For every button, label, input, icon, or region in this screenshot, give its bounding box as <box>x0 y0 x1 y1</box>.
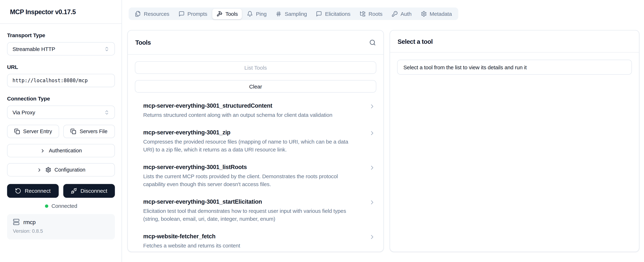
tab-resources[interactable]: Resources <box>131 9 174 19</box>
tab-bar: Resources Prompts Tools Ping Sampling El… <box>128 8 458 20</box>
tool-list-item[interactable]: mcp-server-everything-3001_structuredCon… <box>143 102 376 119</box>
server-entry-button[interactable]: Server Entry <box>7 125 59 138</box>
tab-tools[interactable]: Tools <box>212 9 242 19</box>
gear-icon <box>45 167 51 173</box>
sidebar: MCP Inspector v0.17.5 Transport Type Str… <box>0 0 122 262</box>
chevron-right-icon <box>369 130 376 136</box>
connection-status: Connected <box>7 203 115 209</box>
hash-icon <box>276 11 282 17</box>
server-icon <box>13 219 20 225</box>
empty-state-message: Select a tool from the list to view its … <box>397 60 632 75</box>
chevrons-up-down-icon <box>104 109 110 115</box>
copy-icon <box>14 128 20 135</box>
tool-description: Returns structured content along with an… <box>143 111 332 119</box>
tool-description: Compresses the provided resource files (… <box>143 138 357 154</box>
tab-metadata[interactable]: Metadata <box>416 9 456 19</box>
tab-sampling[interactable]: Sampling <box>272 9 311 19</box>
chevron-right-icon <box>369 234 376 240</box>
app-root: MCP Inspector v0.17.5 Transport Type Str… <box>0 0 644 262</box>
authentication-button[interactable]: Authentication <box>7 144 115 157</box>
chevron-right-icon <box>369 103 376 110</box>
list-tools-button[interactable]: List Tools <box>135 61 376 74</box>
chevron-right-icon <box>40 148 46 153</box>
tab-elicitations[interactable]: Elicitations <box>312 9 354 19</box>
tool-detail-body: Select a tool from the list to view its … <box>390 53 639 82</box>
tool-list-item[interactable]: mcp-server-everything-3001_zip Compresse… <box>143 129 376 154</box>
rotate-ccw-icon <box>15 188 22 194</box>
tool-description: Fetches a website and returns its conten… <box>143 241 240 249</box>
transport-type-select[interactable]: Streamable HTTP <box>7 42 115 55</box>
tool-detail-title: Select a tool <box>398 38 432 45</box>
entry-buttons-row: Server Entry Servers File <box>7 125 115 138</box>
tool-detail-header: Select a tool <box>390 31 639 53</box>
search-icon[interactable] <box>369 39 376 46</box>
gear-icon <box>421 11 427 17</box>
chevrons-up-down-icon <box>104 46 110 52</box>
tool-name: mcp-server-everything-3001_startElicitat… <box>143 198 357 205</box>
files-icon <box>135 11 141 17</box>
status-dot <box>45 204 48 208</box>
tool-detail-panel: Select a tool Select a tool from the lis… <box>390 30 639 252</box>
tab-auth[interactable]: Auth <box>388 9 416 19</box>
tool-list-item[interactable]: mcp-website-fetcher_fetch Fetches a webs… <box>143 233 376 249</box>
message-square-icon <box>178 11 184 17</box>
copy-icon <box>70 128 76 135</box>
bell-icon <box>247 11 253 17</box>
tool-description: Elicitation test tool that demonstrates … <box>143 207 357 223</box>
key-icon <box>392 11 398 17</box>
chevron-right-icon <box>36 167 42 172</box>
connection-type-select[interactable]: Via Proxy <box>7 105 115 119</box>
tab-ping[interactable]: Ping <box>243 9 271 19</box>
reconnect-button[interactable]: Reconnect <box>7 184 59 198</box>
sidebar-content: Transport Type Streamable HTTP URL Conne… <box>7 24 115 239</box>
tools-panel: Tools List Tools Clear mcp-server-everyt… <box>127 30 384 252</box>
transport-type-label: Transport Type <box>7 32 115 38</box>
tool-list-item[interactable]: mcp-server-everything-3001_startElicitat… <box>143 198 376 223</box>
tool-list-item[interactable]: mcp-server-everything-3001_listRoots Lis… <box>143 164 376 188</box>
server-info-card: rmcp Version: 0.8.5 <box>7 214 115 239</box>
message-square-icon <box>316 11 322 17</box>
main-area: Resources Prompts Tools Ping Sampling El… <box>122 0 644 262</box>
tab-roots[interactable]: Roots <box>356 9 386 19</box>
transport-type-value: Streamable HTTP <box>12 46 55 52</box>
server-name: rmcp <box>23 219 36 225</box>
tools-panel-title: Tools <box>135 39 151 46</box>
app-title: MCP Inspector v0.17.5 <box>10 9 76 16</box>
unplug-icon <box>71 188 77 194</box>
tools-panel-body: List Tools Clear mcp-server-everything-3… <box>128 55 384 250</box>
clear-button[interactable]: Clear <box>135 80 376 93</box>
servers-file-button[interactable]: Servers File <box>63 125 115 138</box>
tool-name: mcp-server-everything-3001_listRoots <box>143 164 357 170</box>
tool-name: mcp-server-everything-3001_zip <box>143 129 357 136</box>
connection-type-label: Connection Type <box>7 95 115 102</box>
tool-name: mcp-website-fetcher_fetch <box>143 233 240 239</box>
tab-prompts[interactable]: Prompts <box>174 9 212 19</box>
hammer-icon <box>216 11 222 17</box>
tool-description: Lists the current MCP roots provided by … <box>143 172 357 188</box>
url-label: URL <box>7 64 115 70</box>
disconnect-button[interactable]: Disconnect <box>63 184 115 198</box>
url-input[interactable] <box>7 74 115 87</box>
tool-name: mcp-server-everything-3001_structuredCon… <box>143 102 332 109</box>
tools-panel-header: Tools <box>128 31 384 55</box>
connection-buttons-row: Reconnect Disconnect <box>7 184 115 198</box>
folder-tree-icon <box>360 11 366 17</box>
server-version: Version: 0.8.5 <box>13 228 109 234</box>
configuration-button[interactable]: Configuration <box>7 163 115 176</box>
tool-list: mcp-server-everything-3001_structuredCon… <box>135 102 376 250</box>
chevron-right-icon <box>369 164 376 171</box>
chevron-right-icon <box>369 199 376 206</box>
status-label: Connected <box>52 203 77 209</box>
connection-type-value: Via Proxy <box>12 109 35 115</box>
